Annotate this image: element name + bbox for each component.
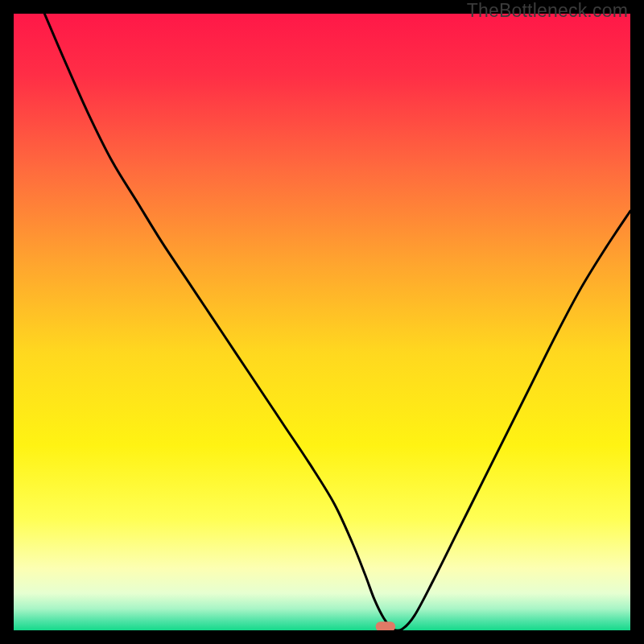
chart-background [14, 14, 630, 630]
watermark-text: TheBottleneck.com [467, 0, 628, 22]
optimal-marker [376, 621, 396, 630]
chart-frame [14, 14, 630, 630]
chart-svg [14, 14, 630, 630]
